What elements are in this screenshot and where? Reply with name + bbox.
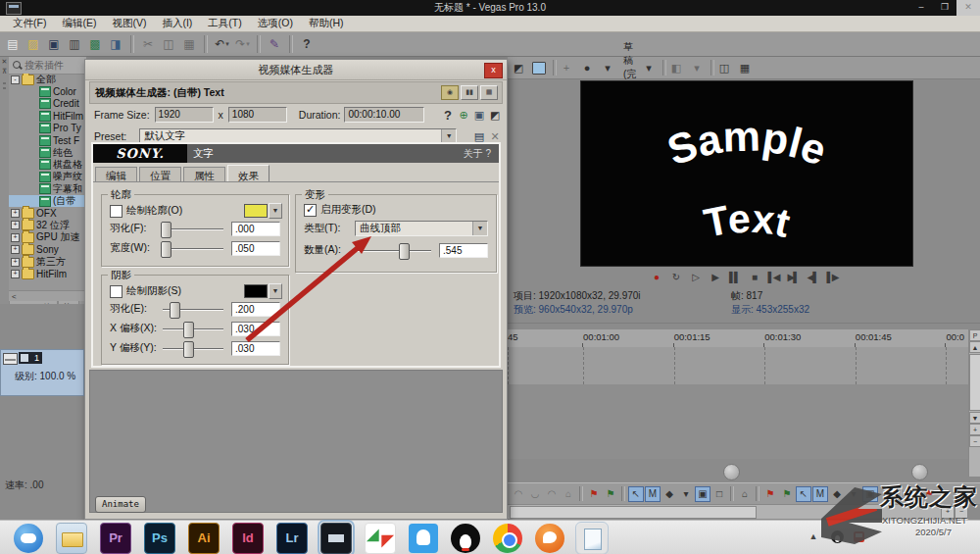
keyframe-icon[interactable]: ◆ (662, 486, 677, 502)
vegas-pro-icon[interactable] (320, 523, 352, 554)
amount-slider[interactable] (355, 243, 433, 258)
frame-height-input[interactable]: 1080 (228, 107, 287, 123)
properties-icon[interactable]: ▩ (86, 35, 105, 53)
normal-edit-tool-icon[interactable]: ↖ (628, 486, 644, 502)
splitter-knob[interactable] (911, 464, 928, 480)
sep[interactable] (730, 486, 734, 501)
animate-toggle-button[interactable]: ◉ (441, 85, 459, 100)
animate-button[interactable]: Animate (95, 496, 146, 513)
fox-browser-icon[interactable] (535, 524, 564, 553)
overlay-icon[interactable]: + (560, 60, 577, 76)
slider[interactable] (161, 302, 225, 317)
value-box[interactable]: .050 (231, 241, 280, 256)
caret[interactable]: ▾ (678, 486, 694, 502)
timeline-hscrollbar[interactable]: +− (508, 504, 968, 519)
draw-shadow-checkbox[interactable] (110, 285, 122, 298)
scroll-up-button[interactable]: ▲ (969, 341, 980, 353)
slider[interactable] (161, 322, 225, 336)
shadow-color-swatch[interactable] (244, 284, 268, 298)
envelope-tool-icon[interactable]: M (645, 486, 661, 502)
lightroom-icon[interactable]: Lr (276, 523, 308, 554)
caret[interactable]: ▾ (846, 486, 861, 502)
scroll-down-button[interactable]: ▼ (969, 412, 980, 424)
menu-item[interactable]: 编辑(E) (55, 16, 103, 31)
caret[interactable]: ▾ (601, 60, 618, 76)
play-button[interactable]: ▶ (709, 272, 721, 282)
splitter-knob[interactable] (723, 464, 740, 480)
copy-snapshot-icon[interactable]: ◫ (717, 60, 735, 76)
record-button[interactable]: ● (650, 272, 662, 282)
slider-handle[interactable] (161, 241, 172, 258)
outline-color-swatch[interactable] (244, 204, 268, 218)
tree-item[interactable]: - 全部 (9, 74, 86, 85)
tree-item[interactable]: Test F (9, 134, 86, 146)
tree-expander-icon[interactable]: + (11, 270, 20, 278)
slider[interactable] (161, 241, 225, 256)
slider[interactable] (161, 222, 225, 236)
qq-icon[interactable] (451, 524, 480, 553)
duration-input[interactable]: 00:00:10.00 (344, 107, 424, 123)
value-box[interactable]: .000 (231, 222, 280, 236)
fade-both-icon[interactable]: ◠ (544, 486, 560, 502)
sep[interactable] (756, 486, 760, 501)
hscroll-thumb[interactable] (510, 506, 757, 519)
pause-button[interactable]: ▌▌ (728, 272, 741, 282)
tree-item[interactable]: Pro Ty (9, 123, 86, 134)
save-preset-icon[interactable]: ▤ (471, 129, 487, 143)
lock-icon[interactable]: ⌂ (737, 486, 753, 502)
copy-icon[interactable]: ◫ (160, 35, 178, 53)
format-factory-icon[interactable] (365, 523, 396, 554)
video-output-icon[interactable] (532, 60, 550, 76)
go-to-end-button[interactable]: ▶▌ (787, 272, 800, 282)
hzoom-in-button[interactable]: + (941, 506, 955, 519)
grid-layout-button[interactable]: ▦ (480, 85, 498, 100)
file-explorer-icon[interactable] (56, 523, 87, 554)
chrome-icon[interactable] (493, 524, 522, 553)
illustrator-icon[interactable]: Ai (188, 523, 220, 554)
tree-expander-icon[interactable]: - (11, 76, 20, 84)
combo-arrow-icon[interactable]: ▼ (472, 222, 487, 235)
tray-qq-icon[interactable] (831, 530, 844, 543)
tree-item[interactable]: Credit (9, 98, 86, 110)
tree-item[interactable]: + OFX (9, 207, 86, 219)
group-icon[interactable]: ▣ (862, 486, 878, 502)
sep[interactable] (579, 486, 583, 501)
sep[interactable] (898, 486, 902, 501)
keyframe-icon[interactable]: ◆ (829, 486, 845, 502)
value-box[interactable]: .030 (231, 322, 280, 336)
copy-event-icon[interactable]: ◩ (512, 60, 529, 76)
close-button[interactable]: ✕ (956, 0, 980, 16)
plugin-chain-icon[interactable]: ⊕ (456, 108, 471, 122)
menu-item[interactable]: 选项(O) (251, 16, 300, 31)
sep[interactable] (130, 35, 134, 53)
group-icon[interactable]: ▣ (695, 486, 710, 502)
dock-close-icon[interactable]: ✕ (0, 57, 9, 67)
plugin-search[interactable]: 搜索插件 (9, 57, 86, 75)
qq-browser-icon[interactable] (14, 524, 43, 553)
tree-item[interactable]: + HitFilm (9, 268, 86, 279)
region-icon[interactable]: ⚑ (779, 486, 795, 502)
sep[interactable] (289, 35, 293, 53)
notepad-icon[interactable] (577, 524, 607, 553)
ungroup-icon[interactable]: □ (711, 486, 727, 502)
tree-item[interactable]: + Sony (9, 243, 86, 255)
photoshop-icon[interactable]: Ps (144, 523, 175, 554)
quality-label[interactable]: 草稿(完整) (621, 60, 639, 76)
timeline-vscrollbar[interactable]: P ▲ ▼ + − (968, 329, 980, 477)
slider-handle[interactable] (183, 341, 194, 358)
slider-handle[interactable] (161, 222, 172, 238)
menu-item[interactable]: 工具(T) (201, 16, 248, 31)
tray-expand-icon[interactable]: ▲ (806, 529, 821, 544)
tree-expander-icon[interactable]: + (11, 209, 20, 218)
open-icon[interactable]: ▨ (24, 35, 43, 53)
normal-edit-tool-icon[interactable]: ↖ (796, 486, 811, 502)
sep[interactable] (204, 35, 208, 53)
caret[interactable]: ▾ (690, 60, 708, 76)
tree-item[interactable]: Color (9, 85, 86, 97)
caret[interactable]: ▾ (642, 60, 660, 76)
tree-item[interactable]: + 第三方 (9, 256, 86, 268)
tree-item[interactable]: 棋盘格 (9, 159, 86, 171)
premiere-icon[interactable]: Pr (100, 523, 131, 554)
play-from-start-button[interactable]: ▷ (689, 272, 702, 282)
sep[interactable] (621, 486, 625, 501)
